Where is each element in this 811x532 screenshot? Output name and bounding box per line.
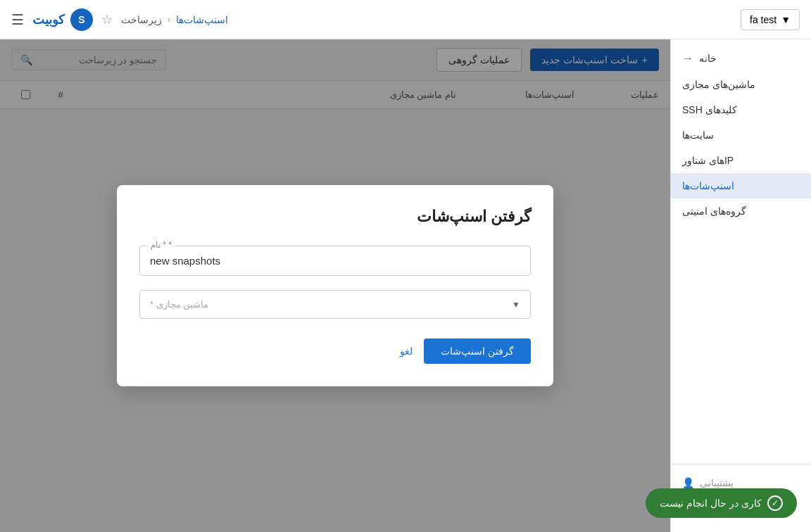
sidebar-item-label: پشتیبانی (700, 477, 734, 488)
snapshot-name-input[interactable] (139, 246, 531, 276)
sidebar-item-label: گروه‌های امنیتی (682, 205, 746, 217)
hamburger-menu-icon[interactable]: ☰ (11, 11, 24, 28)
sidebar-item-ssh[interactable]: کلیدهای SSH (671, 97, 811, 122)
sidebar-item-home[interactable]: خانه → (671, 45, 811, 72)
submit-snapshot-button[interactable]: گرفتن اسنپ‌شات (424, 338, 531, 364)
cancel-button[interactable]: لغو (400, 346, 413, 357)
breadcrumb: اسنپ‌شات‌ها ‹ زیرساخت (121, 14, 228, 25)
breadcrumb-parent: زیرساخت (121, 14, 162, 25)
favorite-icon[interactable]: ☆ (101, 12, 113, 27)
brand-icon: S (70, 8, 93, 31)
sidebar-item-floating-ip[interactable]: IPهای شناور (671, 148, 811, 173)
sidebar-item-label: خانه (699, 53, 717, 64)
sidebar-item-snapshots[interactable]: اسنپ‌شات‌ها (671, 173, 811, 198)
brand-name: کوبیت (32, 12, 65, 27)
sidebar-item-label: کلیدهای SSH (682, 104, 737, 115)
modal-title: گرفتن اسنپ‌شات (139, 208, 531, 226)
sidebar-item-label: ماشین‌های مجازی (682, 79, 755, 90)
sidebar-item-label: سایت‌ها (682, 129, 714, 141)
header-right: اسنپ‌شات‌ها ‹ زیرساخت ☆ S کوبیت ☰ (11, 8, 228, 31)
vm-form-group: ▼ ماشین مجازی * (139, 290, 531, 319)
sidebar: خانه → ماشین‌های مجازی کلیدهای SSH سایت‌… (670, 39, 811, 532)
vm-select[interactable]: ▼ ماشین مجازی * (139, 290, 531, 319)
name-form-group: نام * (139, 246, 531, 276)
layout: خانه → ماشین‌های مجازی کلیدهای SSH سایت‌… (0, 39, 811, 532)
dropdown-arrow-icon: ▼ (781, 14, 791, 25)
workspace-name: fa test (750, 14, 777, 25)
select-arrow-icon: ▼ (512, 300, 520, 310)
support-icon: 👤 (682, 477, 694, 488)
brand-logo: S کوبیت (32, 8, 93, 31)
status-check-icon: ✓ (767, 495, 783, 511)
snapshot-modal: گرفتن اسنپ‌شات نام * ▼ ماشین مجازی * گرف… (117, 185, 553, 386)
sidebar-item-security-groups[interactable]: گروه‌های امنیتی (671, 198, 811, 224)
sidebar-item-sites[interactable]: سایت‌ها (671, 122, 811, 148)
status-bar: ✓ کاری در حال انجام نیست (646, 488, 797, 518)
header: ▼ fa test اسنپ‌شات‌ها ‹ زیرساخت ☆ S کوبی… (0, 0, 811, 39)
header-left: ▼ fa test (741, 9, 800, 30)
modal-actions: گرفتن اسنپ‌شات لغو (139, 338, 531, 364)
workspace-dropdown[interactable]: ▼ fa test (741, 9, 800, 30)
status-text: کاری در حال انجام نیست (660, 498, 762, 509)
breadcrumb-current: اسنپ‌شات‌ها (176, 14, 228, 25)
sidebar-item-label: اسنپ‌شات‌ها (682, 180, 734, 191)
home-icon: → (682, 52, 693, 65)
breadcrumb-separator: ‹ (168, 15, 170, 25)
vm-placeholder: ماشین مجازی * (150, 299, 208, 310)
sidebar-item-label: IPهای شناور (682, 155, 734, 166)
main-content: + ساخت اسنپ‌شات جدید عملیات گروهی 🔍 عملی… (0, 39, 670, 532)
sidebar-divider (671, 224, 811, 464)
name-label: نام * (148, 240, 175, 250)
sidebar-item-vms[interactable]: ماشین‌های مجازی (671, 72, 811, 97)
modal-overlay: گرفتن اسنپ‌شات نام * ▼ ماشین مجازی * گرف… (0, 39, 670, 532)
